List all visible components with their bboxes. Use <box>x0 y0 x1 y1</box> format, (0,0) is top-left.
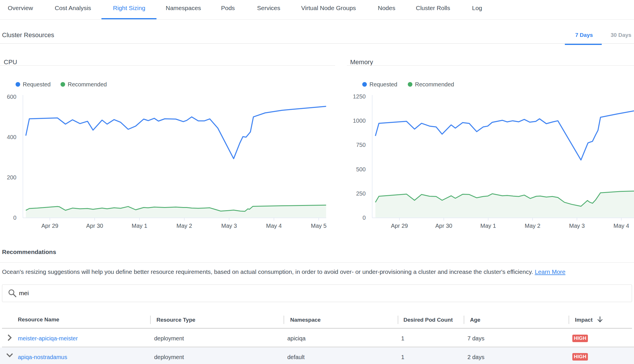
svg-text:Apr 29: Apr 29 <box>391 223 408 229</box>
svg-text:May 3: May 3 <box>221 223 237 229</box>
svg-text:1250: 1250 <box>353 93 366 100</box>
svg-text:May 4: May 4 <box>266 223 282 229</box>
svg-text:May 2: May 2 <box>525 223 540 229</box>
svg-text:500: 500 <box>356 166 366 172</box>
svg-text:May 2: May 2 <box>176 223 192 229</box>
svg-text:May 1: May 1 <box>480 223 496 229</box>
svg-text:0: 0 <box>13 215 16 221</box>
svg-text:750: 750 <box>356 142 366 148</box>
svg-text:200: 200 <box>7 174 16 181</box>
svg-text:250: 250 <box>356 190 366 197</box>
svg-text:May 3: May 3 <box>569 223 585 229</box>
svg-text:600: 600 <box>7 94 16 100</box>
svg-text:Apr 29: Apr 29 <box>41 223 59 229</box>
svg-text:400: 400 <box>7 134 16 140</box>
svg-text:0: 0 <box>363 215 366 221</box>
svg-text:Apr 30: Apr 30 <box>435 223 452 229</box>
svg-text:1000: 1000 <box>353 117 366 124</box>
svg-text:May 5: May 5 <box>311 223 327 229</box>
svg-text:Apr 30: Apr 30 <box>86 223 103 229</box>
svg-text:May 1: May 1 <box>132 223 147 229</box>
svg-text:May 4: May 4 <box>614 223 629 229</box>
